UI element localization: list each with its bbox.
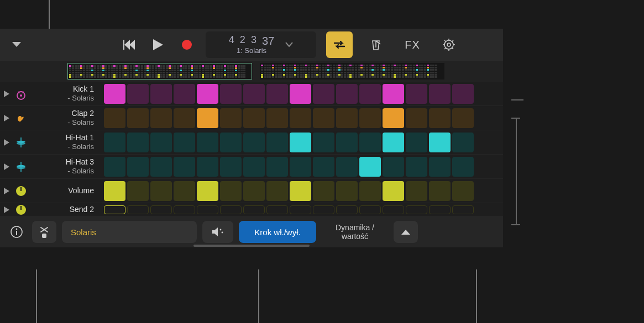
step-cell[interactable]	[359, 181, 381, 201]
step-cell[interactable]	[383, 108, 404, 128]
step-cell[interactable]	[197, 133, 218, 152]
track-name[interactable]: Send 2	[29, 205, 101, 214]
step-cell[interactable]	[150, 133, 172, 152]
expand-button[interactable]	[394, 221, 418, 243]
track-name[interactable]: Kick 1- Solaris	[29, 84, 101, 103]
step-cell[interactable]	[266, 133, 288, 152]
step-cell[interactable]	[174, 108, 195, 128]
step-cell[interactable]	[174, 84, 195, 104]
step-cell[interactable]	[150, 181, 172, 201]
step-cell[interactable]	[174, 181, 195, 201]
horizontal-scroll-indicator[interactable]	[193, 245, 310, 247]
step-cell[interactable]	[290, 133, 311, 152]
step-cell[interactable]	[104, 84, 125, 104]
step-cell[interactable]	[336, 205, 358, 214]
step-cell[interactable]	[174, 157, 195, 177]
settings-button[interactable]	[436, 31, 462, 58]
step-cell[interactable]	[313, 133, 334, 152]
step-cell[interactable]	[359, 84, 381, 104]
step-cell[interactable]	[429, 84, 451, 104]
step-cell[interactable]	[243, 205, 265, 214]
step-cell[interactable]	[104, 108, 125, 128]
step-cell[interactable]	[220, 181, 242, 201]
step-cell[interactable]	[197, 108, 218, 128]
rewind-button[interactable]	[116, 31, 143, 58]
step-cell[interactable]	[313, 108, 334, 128]
step-cell[interactable]	[383, 133, 404, 152]
step-cell[interactable]	[336, 157, 358, 177]
step-cell[interactable]	[359, 157, 381, 177]
step-cell[interactable]	[243, 157, 265, 177]
step-cell[interactable]	[197, 205, 218, 214]
step-cell[interactable]	[174, 133, 195, 152]
step-cell[interactable]	[104, 181, 125, 201]
step-cell[interactable]	[220, 133, 242, 152]
step-cell[interactable]	[406, 84, 427, 104]
step-cell[interactable]	[243, 133, 265, 152]
step-cell[interactable]	[266, 108, 288, 128]
track-play-button[interactable]	[0, 139, 13, 146]
step-cell[interactable]	[150, 108, 172, 128]
step-cell[interactable]	[452, 157, 474, 177]
step-cell[interactable]	[383, 181, 404, 201]
step-cell[interactable]	[197, 157, 218, 177]
step-cell[interactable]	[452, 108, 474, 128]
step-cell[interactable]	[406, 133, 427, 152]
step-cell[interactable]	[429, 181, 451, 201]
step-cell[interactable]	[383, 157, 404, 177]
track-play-button[interactable]	[0, 115, 13, 121]
step-cell[interactable]	[359, 133, 381, 152]
step-cell[interactable]	[383, 84, 404, 104]
step-cell[interactable]	[429, 108, 451, 128]
step-cell[interactable]	[336, 181, 358, 201]
step-cell[interactable]	[290, 205, 311, 214]
step-cell[interactable]	[266, 205, 288, 214]
step-cell[interactable]	[243, 84, 265, 104]
step-cell[interactable]	[452, 133, 474, 152]
step-cell[interactable]	[406, 181, 427, 201]
step-cell[interactable]	[104, 133, 125, 152]
step-cell[interactable]	[452, 84, 474, 104]
close-stop-button[interactable]	[32, 221, 56, 243]
step-cell[interactable]	[266, 84, 288, 104]
step-cell[interactable]	[243, 181, 265, 201]
step-cell[interactable]	[220, 84, 242, 104]
step-cell[interactable]	[313, 181, 334, 201]
fx-button[interactable]: FX	[399, 31, 426, 58]
step-cell[interactable]	[220, 108, 242, 128]
step-cell[interactable]	[266, 181, 288, 201]
step-cell[interactable]	[243, 108, 265, 128]
step-cell[interactable]	[150, 84, 172, 104]
step-cell[interactable]	[429, 157, 451, 177]
step-cell[interactable]	[220, 205, 242, 214]
step-cell[interactable]	[406, 157, 427, 177]
preview-sound-button[interactable]	[202, 221, 233, 243]
pattern-thumbnail-1[interactable]	[67, 63, 252, 80]
track-play-button[interactable]	[0, 91, 13, 97]
loop-button[interactable]	[326, 31, 353, 58]
step-cell[interactable]	[406, 108, 427, 128]
pattern-thumbnail-2[interactable]	[260, 63, 444, 80]
step-cell[interactable]	[336, 133, 358, 152]
track-name[interactable]: Volume	[29, 186, 101, 195]
track-name[interactable]: Clap 2- Solaris	[29, 109, 101, 127]
velocity-mode-button[interactable]: Dynamika / wartość	[322, 221, 388, 243]
step-cell[interactable]	[127, 205, 149, 214]
step-cell[interactable]	[429, 205, 451, 214]
play-button[interactable]	[145, 31, 171, 58]
step-cell[interactable]	[104, 157, 125, 177]
chevron-down-icon[interactable]	[285, 42, 293, 47]
step-cell[interactable]	[104, 205, 125, 214]
step-cell[interactable]	[290, 108, 311, 128]
step-cell[interactable]	[313, 157, 334, 177]
step-cell[interactable]	[336, 108, 358, 128]
step-cell[interactable]	[452, 205, 474, 214]
step-cell[interactable]	[150, 157, 172, 177]
step-cell[interactable]	[127, 84, 149, 104]
preset-name-field[interactable]: Solaris	[62, 221, 197, 243]
record-button[interactable]	[174, 31, 200, 58]
step-cell[interactable]	[429, 133, 451, 152]
step-cell[interactable]	[452, 181, 474, 201]
track-name[interactable]: Hi-Hat 3- Solaris	[29, 157, 101, 176]
step-cell[interactable]	[197, 84, 218, 104]
